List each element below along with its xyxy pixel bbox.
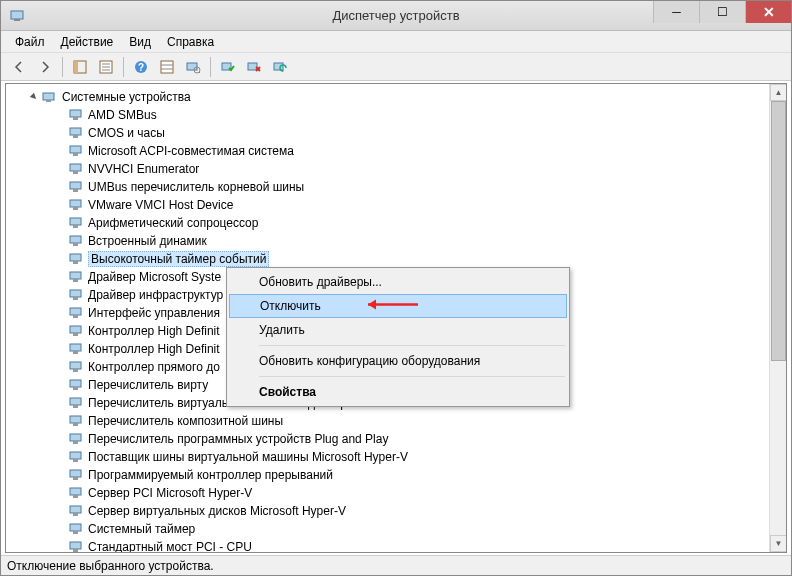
app-icon: [9, 8, 25, 24]
svg-rect-28: [73, 153, 78, 156]
properties-icon[interactable]: [94, 55, 118, 79]
scroll-thumb[interactable]: [771, 101, 786, 361]
svg-rect-42: [73, 279, 78, 282]
device-label: Контроллер High Definit: [88, 324, 220, 338]
help-icon[interactable]: ?: [129, 55, 153, 79]
list-icon[interactable]: [155, 55, 179, 79]
scan-hardware-icon[interactable]: [181, 55, 205, 79]
forward-button[interactable]: [33, 55, 57, 79]
tree-item[interactable]: VMware VMCI Host Device: [6, 196, 769, 214]
tree-category[interactable]: Системные устройства: [6, 88, 769, 106]
device-icon: [68, 485, 84, 501]
svg-rect-51: [70, 362, 81, 369]
category-label: Системные устройства: [62, 90, 191, 104]
svg-rect-65: [70, 488, 81, 495]
tree-item[interactable]: AMD SMBus: [6, 106, 769, 124]
tree-item[interactable]: Перечислитель композитной шины: [6, 412, 769, 430]
svg-rect-45: [70, 308, 81, 315]
menu-file[interactable]: Файл: [7, 33, 53, 51]
device-label: Арифметический сопроцессор: [88, 216, 258, 230]
tree-item[interactable]: CMOS и часы: [6, 124, 769, 142]
svg-rect-36: [73, 225, 78, 228]
svg-rect-56: [73, 405, 78, 408]
svg-rect-46: [73, 315, 78, 318]
svg-rect-47: [70, 326, 81, 333]
device-icon: [68, 503, 84, 519]
context-menu-item[interactable]: Отключить: [229, 294, 567, 318]
scroll-down-button[interactable]: ▼: [770, 535, 787, 552]
tree-item[interactable]: Высокоточный таймер событий: [6, 250, 769, 268]
svg-rect-72: [73, 549, 78, 552]
tree-item[interactable]: Поставщик шины виртуальной машины Micros…: [6, 448, 769, 466]
show-hide-console-tree-icon[interactable]: [68, 55, 92, 79]
device-label: VMware VMCI Host Device: [88, 198, 233, 212]
svg-rect-0: [11, 11, 23, 19]
svg-rect-58: [73, 423, 78, 426]
context-menu-item[interactable]: Обновить конфигурацию оборудования: [229, 349, 567, 373]
device-label: Поставщик шины виртуальной машины Micros…: [88, 450, 408, 464]
device-label: Перечислитель вирту: [88, 378, 208, 392]
svg-rect-63: [70, 470, 81, 477]
svg-rect-1: [14, 19, 20, 21]
update-driver-icon[interactable]: [268, 55, 292, 79]
context-menu-item[interactable]: Свойства: [229, 380, 567, 404]
context-menu-item[interactable]: Обновить драйверы...: [229, 270, 567, 294]
svg-rect-44: [73, 297, 78, 300]
status-text: Отключение выбранного устройства.: [7, 559, 214, 573]
context-menu-item[interactable]: Удалить: [229, 318, 567, 342]
svg-rect-71: [70, 542, 81, 549]
svg-rect-49: [70, 344, 81, 351]
device-icon: [68, 161, 84, 177]
device-icon: [68, 125, 84, 141]
svg-rect-31: [70, 182, 81, 189]
svg-rect-53: [70, 380, 81, 387]
tree-item[interactable]: Арифметический сопроцессор: [6, 214, 769, 232]
tree-item[interactable]: Сервер PCI Microsoft Hyper-V: [6, 484, 769, 502]
enable-device-icon[interactable]: [216, 55, 240, 79]
svg-rect-70: [73, 531, 78, 534]
device-label: Драйвер Microsoft Syste: [88, 270, 221, 284]
device-label: Контроллер High Definit: [88, 342, 220, 356]
back-button[interactable]: [7, 55, 31, 79]
device-icon: [68, 197, 84, 213]
tree-item[interactable]: Встроенный динамик: [6, 232, 769, 250]
minimize-button[interactable]: ─: [653, 1, 699, 23]
status-bar: Отключение выбранного устройства.: [1, 555, 791, 575]
vertical-scrollbar[interactable]: ▲ ▼: [769, 84, 786, 552]
menu-help[interactable]: Справка: [159, 33, 222, 51]
device-icon: [68, 233, 84, 249]
expander-icon[interactable]: [28, 91, 40, 103]
device-label: Перечислитель композитной шины: [88, 414, 283, 428]
disable-device-icon[interactable]: [242, 55, 266, 79]
tree-item[interactable]: Системный таймер: [6, 520, 769, 538]
device-icon: [68, 341, 84, 357]
device-icon: [68, 395, 84, 411]
scroll-up-button[interactable]: ▲: [770, 84, 787, 101]
tree-item[interactable]: Microsoft ACPI-совместимая система: [6, 142, 769, 160]
annotation-arrow-icon: [360, 298, 420, 315]
device-label: CMOS и часы: [88, 126, 165, 140]
tree-item[interactable]: UMBus перечислитель корневой шины: [6, 178, 769, 196]
svg-rect-43: [70, 290, 81, 297]
svg-rect-20: [274, 63, 283, 70]
maximize-button[interactable]: ☐: [699, 1, 745, 23]
device-icon: [68, 305, 84, 321]
close-button[interactable]: ✕: [745, 1, 791, 23]
menu-action[interactable]: Действие: [53, 33, 122, 51]
tree-item[interactable]: NVVHCI Enumerator: [6, 160, 769, 178]
context-menu: Обновить драйверы...ОтключитьУдалитьОбно…: [226, 267, 570, 407]
window-title: Диспетчер устройств: [332, 8, 459, 23]
tree-item[interactable]: Сервер виртуальных дисков Microsoft Hype…: [6, 502, 769, 520]
svg-rect-69: [70, 524, 81, 531]
svg-rect-17: [248, 63, 257, 70]
svg-rect-29: [70, 164, 81, 171]
svg-rect-54: [73, 387, 78, 390]
tree-item[interactable]: Программируемый контроллер прерываний: [6, 466, 769, 484]
menu-view[interactable]: Вид: [121, 33, 159, 51]
tree-item[interactable]: Стандартный мост PCI - CPU: [6, 538, 769, 552]
svg-rect-62: [73, 459, 78, 462]
device-label: Стандартный мост PCI - CPU: [88, 540, 252, 552]
device-icon: [68, 269, 84, 285]
device-icon: [68, 251, 84, 267]
tree-item[interactable]: Перечислитель программных устройств Plug…: [6, 430, 769, 448]
